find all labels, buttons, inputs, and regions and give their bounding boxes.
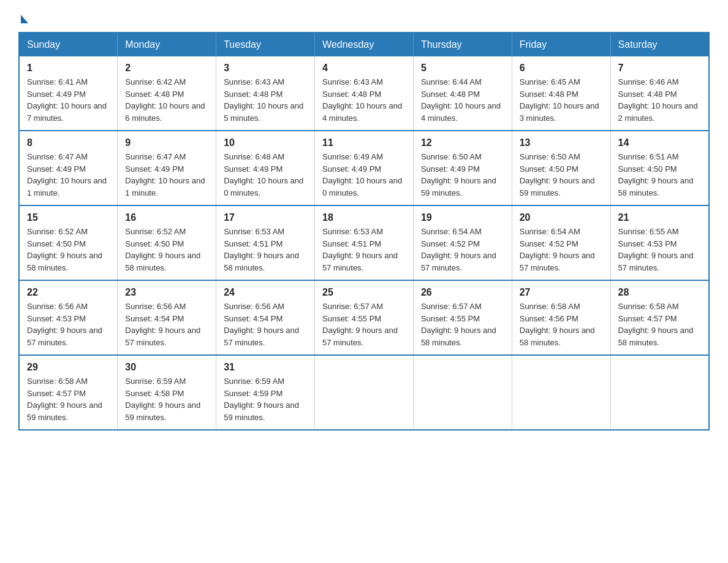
day-number: 4 [322,63,406,74]
day-number: 3 [224,63,307,74]
day-number: 20 [520,212,603,223]
day-info: Sunrise: 6:49 AMSunset: 4:49 PMDaylight:… [322,152,402,197]
day-number: 31 [224,362,307,373]
calendar-cell: 10 Sunrise: 6:48 AMSunset: 4:49 PMDaylig… [216,131,315,205]
calendar-cell: 29 Sunrise: 6:58 AMSunset: 4:57 PMDaylig… [19,355,118,430]
calendar-cell [315,355,414,430]
day-number: 23 [125,287,208,298]
calendar-cell: 12 Sunrise: 6:50 AMSunset: 4:49 PMDaylig… [413,131,512,205]
day-info: Sunrise: 6:58 AMSunset: 4:57 PMDaylight:… [27,377,102,422]
calendar-cell: 9 Sunrise: 6:47 AMSunset: 4:49 PMDayligh… [118,131,216,205]
day-info: Sunrise: 6:59 AMSunset: 4:58 PMDaylight:… [125,377,200,422]
day-of-week-header: Monday [118,33,216,56]
day-info: Sunrise: 6:53 AMSunset: 4:51 PMDaylight:… [224,227,299,272]
day-info: Sunrise: 6:43 AMSunset: 4:48 PMDaylight:… [322,77,402,123]
day-info: Sunrise: 6:43 AMSunset: 4:48 PMDaylight:… [224,77,303,123]
calendar-cell: 6 Sunrise: 6:45 AMSunset: 4:48 PMDayligh… [512,56,610,131]
day-number: 11 [322,137,406,148]
day-info: Sunrise: 6:47 AMSunset: 4:49 PMDaylight:… [125,152,205,197]
day-number: 24 [224,287,307,298]
page-header [18,12,710,21]
day-info: Sunrise: 6:48 AMSunset: 4:49 PMDaylight:… [224,152,303,197]
calendar-cell: 26 Sunrise: 6:57 AMSunset: 4:55 PMDaylig… [413,280,512,355]
day-info: Sunrise: 6:52 AMSunset: 4:50 PMDaylight:… [27,227,102,272]
calendar-cell: 7 Sunrise: 6:46 AMSunset: 4:48 PMDayligh… [610,56,709,131]
calendar-cell: 2 Sunrise: 6:42 AMSunset: 4:48 PMDayligh… [118,56,216,131]
day-info: Sunrise: 6:46 AMSunset: 4:48 PMDaylight:… [618,77,698,123]
day-of-week-header: Tuesday [216,33,315,56]
calendar-cell: 13 Sunrise: 6:50 AMSunset: 4:50 PMDaylig… [512,131,610,205]
day-of-week-header: Wednesday [315,33,414,56]
day-number: 17 [224,212,307,223]
day-info: Sunrise: 6:56 AMSunset: 4:54 PMDaylight:… [224,302,299,347]
calendar-cell: 17 Sunrise: 6:53 AMSunset: 4:51 PMDaylig… [216,205,315,280]
calendar-cell: 14 Sunrise: 6:51 AMSunset: 4:50 PMDaylig… [610,131,709,205]
day-info: Sunrise: 6:56 AMSunset: 4:54 PMDaylight:… [125,302,200,347]
calendar-cell: 20 Sunrise: 6:54 AMSunset: 4:52 PMDaylig… [512,205,610,280]
day-info: Sunrise: 6:58 AMSunset: 4:57 PMDaylight:… [618,302,694,347]
day-number: 19 [421,212,504,223]
calendar-cell: 11 Sunrise: 6:49 AMSunset: 4:49 PMDaylig… [315,131,414,205]
day-info: Sunrise: 6:54 AMSunset: 4:52 PMDaylight:… [520,227,595,272]
calendar-cell: 25 Sunrise: 6:57 AMSunset: 4:55 PMDaylig… [315,280,414,355]
day-number: 27 [520,287,603,298]
day-info: Sunrise: 6:57 AMSunset: 4:55 PMDaylight:… [421,302,496,347]
day-number: 22 [27,287,110,298]
calendar-cell: 18 Sunrise: 6:53 AMSunset: 4:51 PMDaylig… [315,205,414,280]
day-number: 30 [125,362,208,373]
day-info: Sunrise: 6:41 AMSunset: 4:49 PMDaylight:… [27,77,107,123]
day-number: 6 [520,63,603,74]
calendar-cell: 28 Sunrise: 6:58 AMSunset: 4:57 PMDaylig… [610,280,709,355]
calendar-cell [413,355,512,430]
day-number: 13 [520,137,603,148]
day-number: 15 [27,212,110,223]
day-number: 5 [421,63,504,74]
day-number: 21 [618,212,701,223]
day-number: 2 [125,63,208,74]
day-info: Sunrise: 6:52 AMSunset: 4:50 PMDaylight:… [125,227,200,272]
calendar-cell: 4 Sunrise: 6:43 AMSunset: 4:48 PMDayligh… [315,56,414,131]
day-of-week-header: Friday [512,33,610,56]
calendar-cell: 19 Sunrise: 6:54 AMSunset: 4:52 PMDaylig… [413,205,512,280]
day-info: Sunrise: 6:50 AMSunset: 4:50 PMDaylight:… [520,152,595,197]
calendar-cell: 21 Sunrise: 6:55 AMSunset: 4:53 PMDaylig… [610,205,709,280]
day-info: Sunrise: 6:56 AMSunset: 4:53 PMDaylight:… [27,302,102,347]
calendar-cell: 5 Sunrise: 6:44 AMSunset: 4:48 PMDayligh… [413,56,512,131]
day-of-week-header: Saturday [610,33,709,56]
calendar-cell: 15 Sunrise: 6:52 AMSunset: 4:50 PMDaylig… [19,205,118,280]
day-number: 9 [125,137,208,148]
day-number: 29 [27,362,110,373]
day-number: 10 [224,137,307,148]
day-number: 7 [618,63,701,74]
calendar-cell: 24 Sunrise: 6:56 AMSunset: 4:54 PMDaylig… [216,280,315,355]
day-number: 28 [618,287,701,298]
day-number: 25 [322,287,406,298]
calendar-cell: 16 Sunrise: 6:52 AMSunset: 4:50 PMDaylig… [118,205,216,280]
day-number: 12 [421,137,504,148]
day-info: Sunrise: 6:50 AMSunset: 4:49 PMDaylight:… [421,152,496,197]
calendar-cell: 22 Sunrise: 6:56 AMSunset: 4:53 PMDaylig… [19,280,118,355]
day-info: Sunrise: 6:57 AMSunset: 4:55 PMDaylight:… [322,302,398,347]
day-number: 18 [322,212,406,223]
day-info: Sunrise: 6:45 AMSunset: 4:48 PMDaylight:… [520,77,599,123]
calendar-cell: 30 Sunrise: 6:59 AMSunset: 4:58 PMDaylig… [118,355,216,430]
calendar-cell: 3 Sunrise: 6:43 AMSunset: 4:48 PMDayligh… [216,56,315,131]
day-info: Sunrise: 6:59 AMSunset: 4:59 PMDaylight:… [224,377,299,422]
day-of-week-header: Thursday [413,33,512,56]
day-info: Sunrise: 6:55 AMSunset: 4:53 PMDaylight:… [618,227,694,272]
calendar-cell [610,355,709,430]
day-info: Sunrise: 6:53 AMSunset: 4:51 PMDaylight:… [322,227,398,272]
day-info: Sunrise: 6:47 AMSunset: 4:49 PMDaylight:… [27,152,107,197]
day-info: Sunrise: 6:42 AMSunset: 4:48 PMDaylight:… [125,77,205,123]
day-number: 26 [421,287,504,298]
day-number: 1 [27,63,110,74]
calendar-cell: 8 Sunrise: 6:47 AMSunset: 4:49 PMDayligh… [19,131,118,205]
day-number: 16 [125,212,208,223]
calendar-cell [512,355,610,430]
day-number: 8 [27,137,110,148]
day-info: Sunrise: 6:58 AMSunset: 4:56 PMDaylight:… [520,302,595,347]
day-info: Sunrise: 6:44 AMSunset: 4:48 PMDaylight:… [421,77,501,123]
day-of-week-header: Sunday [19,33,118,56]
calendar-cell: 1 Sunrise: 6:41 AMSunset: 4:49 PMDayligh… [19,56,118,131]
logo [18,12,28,21]
